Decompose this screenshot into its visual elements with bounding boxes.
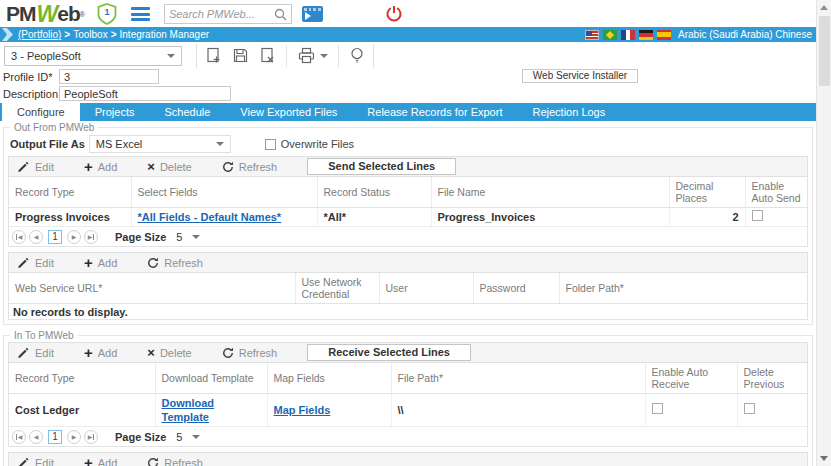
col-delete-previous: Delete Previous (737, 363, 807, 394)
output-file-row: Output File As MS Excel Overwrite Files (10, 135, 808, 153)
lightbulb-help-icon[interactable] (349, 47, 365, 65)
tab-schedule[interactable]: Schedule (149, 103, 225, 121)
profile-id-field[interactable] (59, 69, 159, 84)
last-page-button[interactable]: ▶ (84, 430, 98, 444)
col-web-service-url: Web Service URL* (9, 273, 295, 304)
logout-power-icon[interactable] (385, 5, 403, 23)
add-button[interactable]: + Add (84, 457, 117, 466)
edit-label: Edit (35, 457, 54, 466)
app-header: PMWeb® 1 (0, 0, 816, 27)
enable-auto-receive-checkbox[interactable] (652, 403, 663, 414)
cell-record-type: Progress Invoices (9, 208, 131, 227)
record-select-dropdown[interactable]: 3 - PeopleSoft (4, 46, 182, 66)
tab-bar: Configure Projects Schedule View Exporte… (0, 103, 816, 121)
add-button[interactable]: + Add (84, 257, 117, 269)
current-page-button[interactable]: 1 (48, 230, 62, 244)
select-fields-link[interactable]: *All Fields - Default Names* (138, 211, 282, 223)
prev-page-button[interactable]: ◀ (29, 430, 43, 444)
chevron-down-icon (216, 142, 224, 146)
current-page-button[interactable]: 1 (48, 430, 62, 444)
refresh-button[interactable]: Refresh (222, 161, 278, 173)
edit-button[interactable]: Edit (17, 256, 54, 269)
cell-record-status: *All* (317, 208, 431, 227)
description-field[interactable] (59, 86, 231, 101)
add-button[interactable]: + Add (84, 347, 117, 359)
table-row[interactable]: Progress Invoices *All Fields - Default … (9, 208, 807, 227)
edit-button[interactable]: Edit (17, 160, 54, 173)
last-page-button[interactable]: ▶ (84, 230, 98, 244)
send-selected-lines-button[interactable]: Send Selected Lines (307, 158, 456, 175)
flag-us-icon[interactable] (585, 30, 599, 40)
vertical-scrollbar[interactable] (816, 0, 831, 466)
notification-shield-icon[interactable]: 1 (97, 3, 117, 25)
menu-hamburger-icon[interactable] (131, 7, 150, 21)
add-record-icon[interactable] (205, 47, 222, 64)
map-fields-link[interactable]: Map Fields (274, 404, 331, 416)
flag-spain-icon[interactable] (657, 30, 671, 40)
table-row[interactable]: Cost Ledger Download Template Map Fields… (9, 394, 807, 427)
breadcrumb-portfolio-link[interactable]: (Portfolio) (18, 29, 61, 40)
next-page-button[interactable]: ▶ (67, 230, 81, 244)
in-to-pmweb-section: In To PMWeb Edit + Add × Delete Refresh … (3, 335, 813, 466)
edit-button[interactable]: Edit (17, 346, 54, 359)
search-input[interactable] (169, 8, 274, 20)
language-links[interactable]: Arabic (Saudi Arabia) Chinese (678, 29, 812, 40)
download-template-link[interactable]: Download Template (162, 397, 215, 423)
refresh-button[interactable]: Refresh (147, 457, 203, 466)
chevron-down-icon (192, 435, 200, 439)
refresh-button[interactable]: Refresh (222, 347, 278, 359)
col-record-type: Record Type (9, 177, 131, 208)
breadcrumb-bar: (Portfolio) > Toolbox > Integration Mana… (0, 27, 816, 42)
enable-auto-send-checkbox[interactable] (752, 210, 763, 221)
tab-view-exported-files[interactable]: View Exported Files (225, 103, 352, 121)
page-size-dropdown[interactable]: 5 (172, 430, 204, 444)
prev-page-button[interactable]: ◀ (29, 230, 43, 244)
delete-button[interactable]: × Delete (147, 161, 191, 173)
plus-icon: + (84, 347, 93, 358)
delete-button[interactable]: × Delete (147, 347, 191, 359)
receive-selected-lines-button[interactable]: Receive Selected Lines (307, 344, 471, 361)
video-tutorial-icon[interactable] (302, 6, 323, 22)
scroll-up-icon[interactable] (820, 5, 828, 10)
flag-brazil-icon[interactable] (603, 30, 617, 40)
tab-release-records-for-export[interactable]: Release Records for Export (352, 103, 517, 121)
next-page-button[interactable]: ▶ (67, 430, 81, 444)
web-service-installer-button[interactable]: Web Service Installer (522, 69, 638, 83)
plus-icon: + (84, 257, 93, 268)
tab-projects[interactable]: Projects (80, 103, 150, 121)
tab-configure[interactable]: Configure (2, 103, 80, 121)
col-map-fields: Map Fields (267, 363, 391, 394)
scroll-down-icon[interactable] (820, 456, 828, 461)
scrollbar-thumb[interactable] (819, 16, 830, 86)
flag-france-icon[interactable] (621, 30, 635, 40)
save-icon[interactable] (232, 47, 249, 64)
add-button[interactable]: + Add (84, 161, 117, 173)
refresh-label: Refresh (239, 161, 278, 173)
flag-germany-icon[interactable] (639, 30, 653, 40)
page-size-dropdown[interactable]: 5 (172, 230, 204, 244)
print-icon[interactable] (297, 47, 328, 64)
first-page-button[interactable]: ◀ (12, 430, 26, 444)
refresh-button[interactable]: Refresh (147, 257, 203, 269)
language-selector: Arabic (Saudi Arabia) Chinese (585, 29, 812, 40)
add-label: Add (98, 347, 118, 359)
page-size-value: 5 (176, 431, 182, 443)
delete-record-icon[interactable] (259, 47, 276, 64)
export-grid: Record Type Select Fields Record Status … (8, 177, 808, 247)
toolbar-divider (338, 45, 339, 67)
breadcrumb-toolbox: Toolbox (73, 29, 107, 40)
breadcrumb-separator: > (64, 29, 70, 40)
edit-label: Edit (35, 347, 54, 359)
edit-button[interactable]: Edit (17, 456, 54, 466)
search-icon[interactable] (274, 8, 287, 21)
print-options-caret-icon[interactable] (320, 54, 328, 58)
export-grid-header: Record Type Select Fields Record Status … (9, 177, 807, 208)
output-file-as-dropdown[interactable]: MS Excel (89, 135, 231, 153)
export-grid-pager: ◀ ◀ 1 ▶ ▶ Page Size 5 (9, 227, 807, 246)
profile-id-label: Profile ID* (3, 71, 59, 83)
first-page-button[interactable]: ◀ (12, 230, 26, 244)
refresh-label: Refresh (164, 457, 203, 466)
tab-rejection-logs[interactable]: Rejection Logs (517, 103, 620, 121)
delete-previous-checkbox[interactable] (744, 403, 755, 414)
overwrite-files-checkbox[interactable] (265, 139, 276, 150)
